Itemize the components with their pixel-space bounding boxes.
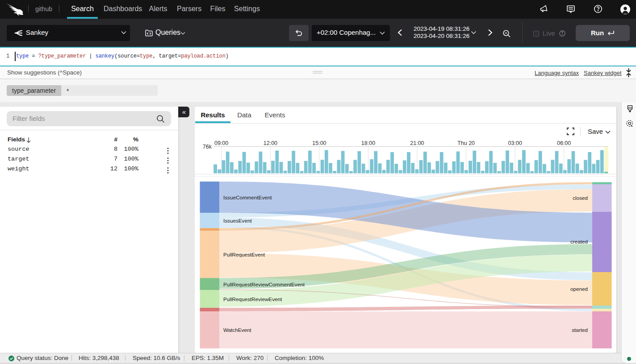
svg-text:09:00: 09:00 [214, 140, 228, 146]
svg-text:PullRequestReviewCommentEvent: PullRequestReviewCommentEvent [223, 281, 305, 287]
svg-text:15:00: 15:00 [312, 140, 326, 146]
svg-text:created: created [570, 239, 588, 244]
svg-text:closed: closed [573, 195, 588, 201]
svg-text:76k: 76k [203, 144, 212, 150]
svg-text:Thu 20: Thu 20 [457, 140, 475, 146]
svg-text:IssuesEvent: IssuesEvent [223, 218, 252, 223]
svg-text:started: started [572, 327, 588, 333]
svg-text:PullRequestEvent: PullRequestEvent [223, 252, 265, 257]
svg-text:18:00: 18:00 [361, 140, 375, 146]
svg-text:WatchEvent: WatchEvent [223, 327, 251, 333]
svg-text:21:00: 21:00 [410, 140, 424, 146]
svg-text:opened: opened [570, 286, 588, 292]
svg-text:06:00: 06:00 [557, 140, 571, 146]
svg-text:IssueCommentEvent: IssueCommentEvent [223, 194, 272, 200]
svg-text:PullRequestReviewEvent: PullRequestReviewEvent [223, 296, 282, 302]
svg-text:03:00: 03:00 [508, 140, 522, 146]
svg-text:12:00: 12:00 [264, 140, 277, 146]
